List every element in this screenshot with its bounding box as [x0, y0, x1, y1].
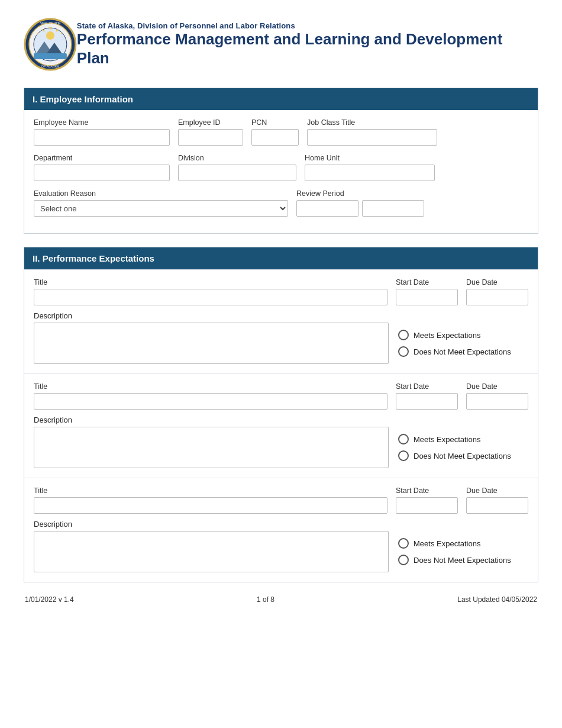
division-input[interactable] [178, 165, 296, 181]
employee-name-input[interactable] [34, 129, 170, 146]
perf3-title-group: Title [34, 487, 387, 514]
review-period-label: Review Period [296, 189, 424, 198]
employee-row1: Employee Name Employee ID PCN Job Class … [34, 118, 528, 146]
perf2-desc-label: Description [34, 415, 72, 424]
perf2-radio-group: Meets Expectations Does Not Meet Expecta… [398, 427, 528, 468]
perf3-start-input[interactable] [396, 497, 458, 514]
perf1-desc-input[interactable] [34, 323, 389, 364]
perf1-desc-label: Description [34, 311, 72, 320]
perf2-start-label: Start Date [396, 382, 458, 391]
job-class-input[interactable] [307, 129, 437, 146]
footer-version: 1/01/2022 v 1.4 [25, 595, 74, 604]
perf3-meets-label: Meets Expectations [414, 539, 480, 548]
perf2-due-group: Due Date [466, 382, 528, 410]
review-start-input[interactable] [296, 200, 358, 217]
footer-updated: Last Updated 04/05/2022 [457, 595, 537, 604]
job-class-group: Job Class Title [307, 118, 437, 146]
perf1-title-label: Title [34, 278, 387, 286]
review-end-input[interactable] [362, 200, 424, 217]
svg-text:OF ALASKA: OF ALASKA [41, 65, 59, 68]
pcn-input[interactable] [251, 129, 299, 146]
employee-fields: Employee Name Employee ID PCN Job Class … [24, 110, 538, 233]
perf3-due-input[interactable] [466, 497, 528, 514]
department-group: Department [34, 154, 170, 181]
perf2-desc-input[interactable] [34, 427, 389, 468]
perf2-title-label: Title [34, 382, 387, 391]
footer-page: 1 of 8 [257, 595, 274, 604]
perf3-title-row: Title Start Date Due Date [34, 487, 528, 514]
perf-entry-3: Title Start Date Due Date Description Me… [24, 478, 538, 582]
perf1-meets-radio[interactable] [398, 330, 409, 340]
division-group: Division [178, 154, 296, 181]
department-input[interactable] [34, 165, 170, 181]
perf2-desc-row: Meets Expectations Does Not Meet Expecta… [34, 427, 528, 468]
perf1-meets-item[interactable]: Meets Expectations [398, 330, 528, 340]
perf2-does-not-meet-label: Does Not Meet Expectations [414, 452, 511, 460]
employee-information-section: I. Employee Information Employee Name Em… [24, 88, 538, 234]
header-subtitle: State of Alaska, Division of Personnel a… [77, 21, 538, 30]
perf2-title-input[interactable] [34, 393, 387, 410]
perf3-radio-group: Meets Expectations Does Not Meet Expecta… [398, 531, 528, 572]
page-header: ★ ★ ★ OF ALASKA SEAL OF THE State of Ala… [24, 18, 538, 71]
job-class-label: Job Class Title [307, 118, 437, 127]
pcn-group: PCN [251, 118, 299, 146]
perf2-meets-item[interactable]: Meets Expectations [398, 434, 528, 444]
employee-name-label: Employee Name [34, 118, 170, 127]
perf1-start-input[interactable] [396, 289, 458, 305]
page-footer: 1/01/2022 v 1.4 1 of 8 Last Updated 04/0… [24, 595, 538, 604]
perf3-meets-radio[interactable] [398, 538, 409, 549]
svg-text:SEAL OF THE: SEAL OF THE [40, 21, 61, 25]
employee-name-group: Employee Name [34, 118, 170, 146]
perf3-does-not-meet-radio[interactable] [398, 555, 409, 565]
perf1-does-not-meet-label: Does Not Meet Expectations [414, 347, 511, 356]
perf3-start-label: Start Date [396, 487, 458, 495]
perf1-title-row: Title Start Date Due Date [34, 278, 528, 305]
perf2-due-input[interactable] [466, 393, 528, 410]
home-unit-group: Home Unit [305, 154, 435, 181]
perf3-does-not-meet-label: Does Not Meet Expectations [414, 556, 511, 565]
perf3-desc-label: Description [34, 520, 72, 529]
alaska-seal: ★ ★ ★ OF ALASKA SEAL OF THE [24, 18, 77, 71]
perf3-meets-item[interactable]: Meets Expectations [398, 538, 528, 549]
perf2-due-label: Due Date [466, 382, 528, 391]
section1-heading: I. Employee Information [24, 88, 538, 110]
perf2-does-not-meet-radio[interactable] [398, 450, 409, 461]
perf2-meets-radio[interactable] [398, 434, 409, 444]
perf1-due-label: Due Date [466, 278, 528, 286]
section2-heading: II. Performance Expectations [24, 247, 538, 269]
employee-id-input[interactable] [178, 129, 243, 146]
home-unit-input[interactable] [305, 165, 435, 181]
perf3-desc-input[interactable] [34, 531, 389, 572]
perf3-does-not-meet-item[interactable]: Does Not Meet Expectations [398, 555, 528, 565]
perf3-start-group: Start Date [396, 487, 458, 514]
perf1-due-input[interactable] [466, 289, 528, 305]
employee-id-label: Employee ID [178, 118, 243, 127]
perf3-due-group: Due Date [466, 487, 528, 514]
perf3-title-input[interactable] [34, 497, 387, 514]
employee-id-group: Employee ID [178, 118, 243, 146]
perf2-start-input[interactable] [396, 393, 458, 410]
perf1-title-input[interactable] [34, 289, 387, 305]
perf1-does-not-meet-item[interactable]: Does Not Meet Expectations [398, 346, 528, 357]
perf1-desc-row: Meets Expectations Does Not Meet Expecta… [34, 323, 528, 364]
header-text-block: State of Alaska, Division of Personnel a… [77, 21, 538, 67]
perf1-start-label: Start Date [396, 278, 458, 286]
perf1-meets-label: Meets Expectations [414, 331, 480, 340]
eval-reason-select[interactable]: Select one [34, 200, 288, 217]
home-unit-label: Home Unit [305, 154, 435, 162]
perf1-due-group: Due Date [466, 278, 528, 305]
perf1-does-not-meet-radio[interactable] [398, 346, 409, 357]
division-label: Division [178, 154, 296, 162]
department-label: Department [34, 154, 170, 162]
perf1-start-group: Start Date [396, 278, 458, 305]
employee-row3: Evaluation Reason Select one Review Peri… [34, 189, 528, 217]
perf1-radio-group: Meets Expectations Does Not Meet Expecta… [398, 323, 528, 364]
perf3-desc-row: Meets Expectations Does Not Meet Expecta… [34, 531, 528, 572]
eval-reason-label: Evaluation Reason [34, 189, 288, 198]
perf2-meets-label: Meets Expectations [414, 435, 480, 444]
perf-entry-2: Title Start Date Due Date Description Me… [24, 373, 538, 478]
perf2-does-not-meet-item[interactable]: Does Not Meet Expectations [398, 450, 528, 461]
perf2-title-row: Title Start Date Due Date [34, 382, 528, 410]
performance-expectations-section: II. Performance Expectations Title Start… [24, 247, 538, 582]
perf3-due-label: Due Date [466, 487, 528, 495]
